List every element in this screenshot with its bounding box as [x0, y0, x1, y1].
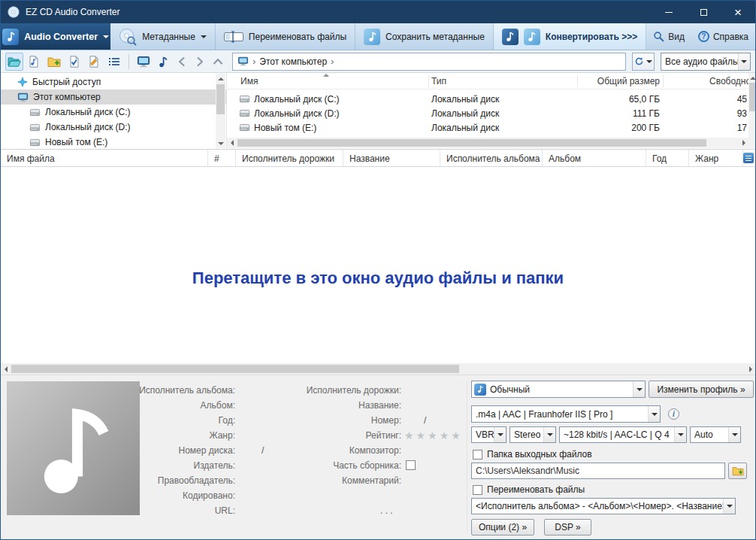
save-metadata-button[interactable]: Сохранить метаданные	[355, 23, 494, 50]
channels-dropdown[interactable]: Stereo	[510, 426, 556, 443]
tree-item-label: Локальный диск (D:)	[45, 122, 131, 132]
scroll-right-icon[interactable]	[745, 364, 755, 374]
scroll-right-icon[interactable]	[739, 138, 748, 147]
show-audio-files-button[interactable]	[154, 53, 172, 71]
track-list-hscrollbar[interactable]	[1, 363, 755, 375]
bitrate-mode-dropdown[interactable]: VBR	[471, 426, 507, 443]
tree-scrollbar-thumb[interactable]	[216, 84, 225, 114]
playlist-button[interactable]	[105, 53, 123, 71]
compilation-checkbox[interactable]	[406, 460, 416, 470]
view-button[interactable]: Вид	[646, 31, 691, 42]
rename-files-checkbox[interactable]	[473, 485, 482, 495]
label-url: URL:	[1, 503, 235, 518]
up-button[interactable]	[210, 53, 225, 71]
dsp-button[interactable]: DSP »	[544, 519, 591, 535]
maximize-button[interactable]	[686, 1, 721, 23]
column-header-free[interactable]: Свободно	[709, 76, 751, 86]
output-path-value: C:\Users\Aleksandr\Music	[476, 466, 579, 476]
track-column-number[interactable]: #	[208, 150, 236, 166]
browse-folder-button[interactable]	[728, 463, 747, 479]
format-info-icon[interactable]	[668, 408, 679, 420]
add-files-button[interactable]	[26, 53, 44, 71]
rename-pattern-dropdown[interactable]: <Исполнитель альбома> - <Альбом>\<Номер>…	[471, 498, 736, 514]
track-column-filename[interactable]: Имя файла	[1, 150, 208, 166]
scroll-left-icon[interactable]	[1, 364, 11, 374]
forward-button[interactable]	[192, 53, 208, 71]
breadcrumb-segment[interactable]: Этот компьютер	[259, 56, 327, 67]
file-row-disk-e[interactable]: Новый том (E:) Локальный диск 200 ГБ 17	[227, 121, 748, 135]
rating-stars[interactable]	[404, 428, 463, 443]
tree-item-disk-d[interactable]: Локальный диск (D:)	[1, 120, 226, 135]
comment-ellipsis[interactable]: . . .	[380, 503, 393, 518]
select-files-button[interactable]	[65, 53, 83, 71]
options-button[interactable]: Опции (2) »	[471, 519, 534, 535]
edit-tags-button[interactable]	[86, 53, 104, 71]
address-bar[interactable]: Этот компьютер	[232, 53, 626, 71]
chevron-down-icon	[633, 381, 645, 397]
tree-item-disk-c[interactable]: Локальный диск (C:)	[1, 105, 226, 120]
track-column-year[interactable]: Год	[646, 150, 689, 166]
tree-item-disk-e[interactable]: Новый том (E:)	[1, 135, 226, 149]
breadcrumb-chevron-icon	[253, 56, 256, 67]
audio-converter-menu-button[interactable]: Audio Converter	[1, 23, 110, 50]
save-metadata-label: Сохранить метаданные	[386, 32, 485, 42]
file-total-size: 65,0 ГБ	[580, 94, 660, 105]
minimize-button[interactable]	[652, 1, 686, 23]
track-column-title[interactable]: Название	[343, 150, 440, 166]
sample-rate-dropdown[interactable]: Auto	[690, 426, 741, 443]
scroll-left-icon[interactable]	[227, 138, 237, 147]
add-folder-button[interactable]	[45, 53, 63, 71]
track-column-album-artist[interactable]: Исполнитель альбома	[440, 150, 543, 166]
column-header-type[interactable]: Тип	[431, 76, 446, 86]
file-list-hscrollbar[interactable]	[227, 138, 748, 148]
file-free-space: 93	[693, 108, 747, 119]
chevron-down-icon	[646, 60, 652, 63]
help-button[interactable]: Справка	[691, 31, 755, 42]
file-name: Локальный диск (D:)	[254, 108, 340, 119]
output-path-input[interactable]: C:\Users\Aleksandr\Music	[471, 463, 725, 479]
chevron-down-icon	[494, 427, 506, 442]
profile-dropdown[interactable]: Обычный	[471, 381, 646, 398]
output-folder-label[interactable]: Папка выходных файлов	[487, 449, 592, 460]
file-list-vscrollbar[interactable]	[748, 73, 756, 138]
edit-profile-button[interactable]: Изменить профиль »	[649, 381, 754, 398]
rename-files-option-label[interactable]: Переименовать файлы	[487, 484, 585, 495]
file-total-size: 111 ГБ	[580, 108, 660, 119]
column-header-name[interactable]: Имя	[240, 76, 258, 86]
open-folder-button[interactable]	[5, 53, 23, 71]
file-row-disk-c[interactable]: Локальный диск (C:) Локальный диск 65,0 …	[227, 93, 748, 107]
track-column-album[interactable]: Альбом	[543, 150, 646, 166]
file-list-vscrollbar-thumb[interactable]	[749, 83, 756, 111]
metadata-menu-button[interactable]: Метаданные	[110, 23, 216, 50]
column-options-icon[interactable]	[743, 153, 754, 163]
scroll-up-icon[interactable]	[748, 73, 756, 83]
track-list-hscrollbar-thumb[interactable]	[11, 365, 459, 373]
track-list-header: Имя файла # Исполнитель дорожки Название…	[1, 149, 755, 167]
rename-files-button[interactable]: Переименовать файлы	[216, 23, 355, 50]
scroll-down-icon[interactable]	[216, 138, 225, 148]
label-compilation: Часть сборника:	[249, 458, 401, 473]
output-folder-checkbox[interactable]	[473, 450, 482, 460]
browse-folder-icon	[732, 466, 744, 476]
close-button[interactable]	[721, 1, 755, 23]
tree-scrollbar[interactable]	[216, 74, 225, 148]
file-list-hscrollbar-thumb[interactable]	[237, 139, 706, 147]
file-filter-dropdown[interactable]: Все аудио файлы	[661, 53, 751, 71]
scroll-up-icon[interactable]	[216, 74, 225, 83]
track-column-genre[interactable]: Жанр	[689, 150, 743, 166]
tree-item-quick-access[interactable]: Быстрый доступ	[1, 74, 226, 89]
file-row-disk-d[interactable]: Локальный диск (D:) Локальный диск 111 Г…	[227, 107, 748, 121]
track-column-track-artist[interactable]: Исполнитель дорожки	[236, 150, 343, 166]
column-header-total-size[interactable]: Общий размер	[580, 76, 660, 86]
label-comment: Комментарий:	[249, 473, 401, 488]
view-icon	[653, 31, 664, 42]
tree-item-this-computer[interactable]: Этот компьютер	[1, 89, 226, 105]
convert-button[interactable]: Конвертировать >>>	[494, 23, 646, 50]
back-button[interactable]	[174, 53, 190, 71]
show-computer-button[interactable]	[135, 53, 153, 71]
drop-zone[interactable]: Перетащите в это окно аудио файлы и папк…	[1, 167, 755, 363]
format-dropdown[interactable]: .m4a | AAC | Fraunhofer IIS [ Pro ]	[471, 405, 661, 423]
bitrate-dropdown[interactable]: ~128 kbit/s | AAC-LC | Q 4	[559, 426, 687, 443]
help-label: Справка	[713, 32, 748, 42]
refresh-split-button[interactable]	[632, 53, 655, 71]
